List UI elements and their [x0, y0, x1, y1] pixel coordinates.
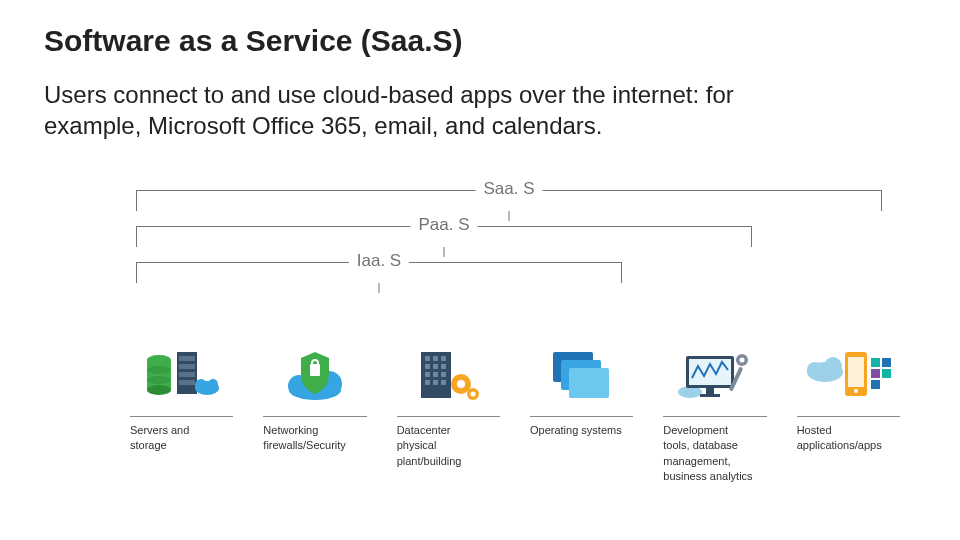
svg-point-51 [854, 389, 858, 393]
bracket-iaas: Iaa. S [136, 262, 622, 283]
svg-rect-42 [700, 394, 720, 397]
col-hosted-apps: Hosted applications/apps [797, 340, 900, 485]
svg-rect-55 [882, 369, 891, 378]
col-label: Hosted applications/apps [797, 423, 900, 454]
svg-point-4 [147, 376, 171, 384]
svg-point-48 [824, 357, 842, 375]
svg-rect-24 [441, 364, 446, 369]
bracket-paas-label: Paa. S [410, 215, 477, 235]
bracket-saas-label: Saa. S [475, 179, 542, 199]
svg-rect-21 [441, 356, 446, 361]
svg-point-11 [195, 379, 207, 391]
bracket-iaas-label: Iaa. S [349, 251, 409, 271]
network-firewall-icon [270, 340, 360, 404]
col-label: Development tools, database management, … [663, 423, 766, 485]
svg-rect-50 [848, 357, 864, 387]
col-datacenter: Datacenter physical plant/building [397, 340, 500, 485]
devtools-icon [670, 340, 760, 404]
svg-rect-6 [179, 356, 195, 361]
col-os: Operating systems [530, 340, 633, 485]
svg-rect-23 [433, 364, 438, 369]
svg-rect-56 [871, 380, 880, 389]
datacenter-icon [403, 340, 493, 404]
svg-rect-19 [425, 356, 430, 361]
svg-rect-20 [433, 356, 438, 361]
svg-rect-53 [882, 358, 891, 367]
col-label: Networking firewalls/Security [263, 423, 366, 454]
svg-rect-28 [425, 380, 430, 385]
svg-rect-27 [441, 372, 446, 377]
svg-rect-25 [425, 372, 430, 377]
svg-rect-52 [871, 358, 880, 367]
svg-rect-7 [179, 364, 195, 369]
svg-rect-26 [433, 372, 438, 377]
col-label: Servers and storage [130, 423, 233, 454]
hosted-apps-icon [803, 340, 893, 404]
col-label: Operating systems [530, 423, 633, 438]
col-devtools: Development tools, database management, … [663, 340, 766, 485]
servers-storage-icon [137, 340, 227, 404]
col-servers-storage: Servers and storage [130, 340, 233, 485]
svg-point-45 [739, 358, 744, 363]
columns: Servers and storage Networking firewa [130, 340, 900, 485]
svg-point-32 [457, 380, 465, 388]
svg-rect-9 [179, 380, 195, 385]
operating-systems-icon [537, 340, 627, 404]
svg-rect-22 [425, 364, 430, 369]
svg-rect-41 [706, 388, 714, 394]
svg-point-47 [807, 362, 823, 378]
svg-rect-54 [871, 369, 880, 378]
slide: Software as a Service (Saa.S) Users conn… [0, 0, 960, 540]
bracket-saas: Saa. S [136, 190, 882, 211]
col-label: Datacenter physical plant/building [397, 423, 500, 469]
col-networking: Networking firewalls/Security [263, 340, 366, 485]
svg-rect-29 [433, 380, 438, 385]
slide-title: Software as a Service (Saa.S) [44, 24, 916, 58]
svg-point-34 [471, 392, 476, 397]
svg-rect-30 [441, 380, 446, 385]
svg-rect-8 [179, 372, 195, 377]
svg-point-3 [147, 366, 171, 374]
svg-point-2 [147, 385, 171, 395]
svg-point-12 [208, 379, 218, 389]
cloud-service-diagram: Saa. S Paa. S Iaa. S [130, 190, 900, 500]
svg-rect-37 [569, 368, 609, 398]
slide-description: Users connect to and use cloud-based app… [44, 80, 784, 141]
bracket-paas: Paa. S [136, 226, 752, 247]
